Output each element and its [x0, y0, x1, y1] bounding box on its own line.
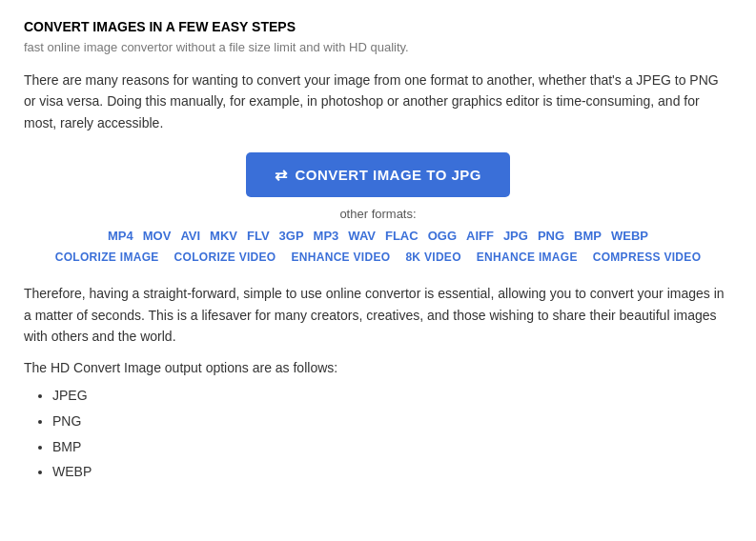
tool-links-row: COLORIZE IMAGECOLORIZE VIDEOENHANCE VIDE… — [24, 250, 732, 264]
tool-link-compress-video[interactable]: COMPRESS VIDEO — [593, 250, 702, 264]
tool-link-enhance-video[interactable]: ENHANCE VIDEO — [291, 250, 390, 264]
output-list-item: PNG — [52, 409, 732, 434]
output-list-item: WEBP — [52, 459, 732, 485]
convert-button-label: CONVERT IMAGE TO JPG — [295, 167, 481, 183]
format-link-mp3[interactable]: MP3 — [314, 229, 339, 243]
other-formats-label: other formats: — [24, 207, 732, 221]
format-link-webp[interactable]: WEBP — [611, 229, 648, 243]
body-paragraph: Therefore, having a straight-forward, si… — [24, 283, 732, 347]
format-link-ogg[interactable]: OGG — [428, 229, 457, 243]
tool-link-enhance-image[interactable]: ENHANCE IMAGE — [477, 250, 578, 264]
format-links-row: MP4MOVAVIMKVFLV3GPMP3WAVFLACOGGAIFFJPGPN… — [24, 229, 732, 243]
format-link-jpg[interactable]: JPG — [503, 229, 528, 243]
page-title: CONVERT IMAGES IN A FEW EASY STEPS — [24, 19, 732, 34]
format-link-flv[interactable]: FLV — [247, 229, 270, 243]
tool-link-8k-video[interactable]: 8K VIDEO — [405, 250, 460, 264]
format-link-avi[interactable]: AVI — [180, 229, 200, 243]
format-link-flac[interactable]: FLAC — [385, 229, 419, 243]
output-section-title: The HD Convert Image output options are … — [24, 360, 732, 375]
format-link-mp4[interactable]: MP4 — [108, 229, 133, 243]
intro-paragraph: There are many reasons for wanting to co… — [24, 70, 732, 133]
convert-icon: ⇄ — [275, 166, 288, 184]
format-link-wav[interactable]: WAV — [348, 229, 376, 243]
format-link-png[interactable]: PNG — [538, 229, 564, 243]
tool-link-colorize-video[interactable]: COLORIZE VIDEO — [174, 250, 276, 264]
output-list: JPEGPNGBMPWEBP — [24, 383, 732, 484]
format-link-mov[interactable]: MOV — [143, 229, 172, 243]
tool-link-colorize-image[interactable]: COLORIZE IMAGE — [55, 250, 159, 264]
format-link-3gp[interactable]: 3GP — [279, 229, 304, 243]
subtitle: fast online image convertor without a fi… — [24, 40, 732, 54]
format-link-bmp[interactable]: BMP — [574, 229, 602, 243]
convert-btn-container: ⇄ CONVERT IMAGE TO JPG — [24, 152, 732, 197]
output-list-item: JPEG — [52, 383, 732, 409]
format-link-aiff[interactable]: AIFF — [466, 229, 494, 243]
format-link-mkv[interactable]: MKV — [210, 229, 237, 243]
convert-image-button[interactable]: ⇄ CONVERT IMAGE TO JPG — [246, 152, 510, 197]
output-list-item: BMP — [52, 434, 732, 460]
